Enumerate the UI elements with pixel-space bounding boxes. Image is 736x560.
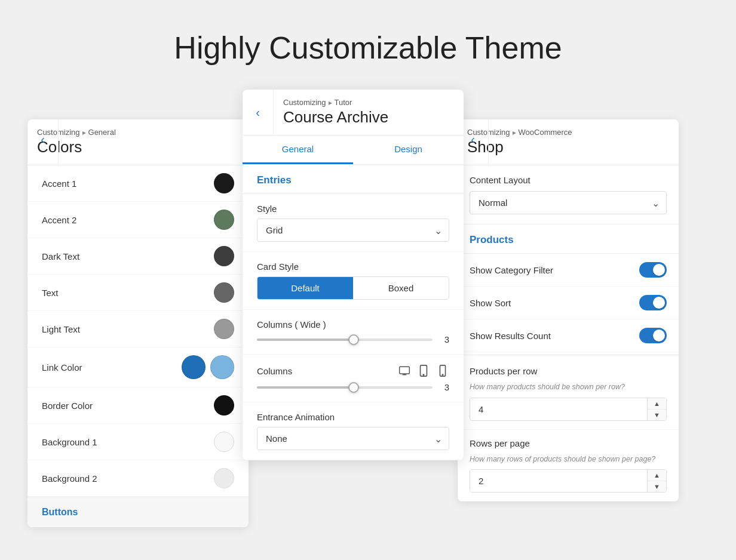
products-per-row-arrows: ▲ ▼: [647, 398, 666, 420]
color-label-link-color: Link Color: [42, 362, 82, 373]
card-style-toggle: Default Boxed: [257, 276, 449, 300]
rows-per-page-down-button[interactable]: ▼: [648, 481, 666, 492]
middle-panel-back-button[interactable]: ‹: [243, 90, 274, 135]
products-per-row-label: Products per row: [470, 366, 667, 376]
left-panel-footer: Buttons: [27, 497, 249, 527]
color-swatch-link-primary[interactable]: [182, 355, 206, 379]
color-swatch-border-color[interactable]: [214, 395, 234, 416]
color-label-accent1: Accent 1: [42, 179, 76, 189]
left-panel-title: Colors: [37, 138, 239, 156]
toggle-label-sort: Show Sort: [470, 298, 511, 308]
columns-wide-slider-thumb[interactable]: [348, 334, 359, 345]
card-style-field: Card Style Default Boxed: [243, 252, 464, 310]
content-layout-section: Content Layout Normal Wide Narrow ⌄: [458, 165, 679, 224]
color-label-border-color: Border Color: [42, 401, 93, 411]
columns-wide-label: Columns ( Wide ): [257, 319, 449, 330]
mid-breadcrumb: Customizing ▸ Tutor: [283, 98, 454, 107]
right-panel-title: Shop: [467, 138, 669, 156]
style-field: Style Grid List ⌄: [243, 194, 464, 252]
products-per-row-spinner: ▲ ▼: [470, 398, 667, 421]
card-style-boxed-button[interactable]: Boxed: [353, 277, 449, 299]
color-label-dark-text: Dark Text: [42, 251, 79, 261]
color-swatch-light-text[interactable]: [214, 319, 234, 339]
columns-wide-slider-track[interactable]: [257, 339, 433, 341]
color-row-light-text: Light Text: [27, 311, 249, 347]
mid-breadcrumb-2: Tutor: [335, 98, 352, 107]
rows-per-page-desc: How many rows of products should be show…: [470, 454, 667, 465]
rows-per-page-spinner: ▲ ▼: [470, 469, 667, 493]
color-swatch-accent1[interactable]: [214, 173, 234, 193]
toggle-row-results-count: Show Results Count: [458, 319, 679, 352]
entries-section-header: Entries: [243, 165, 464, 194]
color-swatch-dark-text[interactable]: [214, 246, 234, 266]
columns-wide-value: 3: [440, 334, 449, 344]
card-style-default-button[interactable]: Default: [257, 277, 353, 299]
left-breadcrumb-sep: ▸: [82, 128, 86, 137]
style-select-wrapper: Grid List ⌄: [257, 219, 449, 242]
color-label-light-text: Light Text: [42, 324, 80, 334]
products-per-row-down-button[interactable]: ▼: [648, 410, 666, 420]
style-label: Style: [257, 204, 449, 214]
color-swatch-accent2[interactable]: [214, 210, 234, 230]
color-row-link-color: Link Color: [27, 347, 249, 387]
color-swatches-link: [182, 355, 234, 379]
color-label-accent2: Accent 2: [42, 215, 76, 225]
products-per-row-up-button[interactable]: ▲: [648, 398, 666, 410]
tablet-icon[interactable]: [417, 364, 430, 377]
entrance-animation-select[interactable]: None: [257, 427, 449, 450]
columns-wide-slider-row: 3: [257, 334, 449, 344]
right-panel-breadcrumb: Customizing ▸ WooCommerce: [467, 128, 669, 137]
products-divider: [458, 355, 679, 355]
color-swatch-text[interactable]: [214, 282, 234, 303]
middle-panel-title: Course Archive: [283, 108, 454, 127]
color-row-accent2: Accent 2: [27, 202, 249, 238]
columns-slider-track[interactable]: [257, 386, 433, 389]
buttons-label[interactable]: Buttons: [42, 507, 78, 517]
color-label-background2: Background 2: [42, 473, 97, 484]
products-per-row-desc: How many products should be shown per ro…: [470, 382, 667, 393]
panels-row: ‹ Customizing ▸ General Colors Accent 1 …: [27, 90, 709, 527]
left-panel-back-button[interactable]: ‹: [27, 119, 59, 165]
entrance-animation-select-wrapper: None ⌄: [257, 427, 449, 450]
color-row-border-color: Border Color: [27, 387, 249, 424]
right-back-arrow-icon: ‹: [471, 133, 475, 146]
svg-rect-0: [400, 367, 410, 374]
toggle-results-count[interactable]: [639, 328, 667, 343]
tab-design[interactable]: Design: [353, 136, 464, 164]
color-row-background1: Background 1: [27, 424, 249, 460]
tab-general[interactable]: General: [243, 136, 353, 164]
columns-field: Columns: [243, 355, 464, 402]
columns-label: Columns: [257, 366, 292, 376]
svg-point-6: [442, 374, 443, 375]
columns-slider-thumb[interactable]: [348, 382, 359, 393]
columns-wide-slider-fill: [257, 339, 354, 341]
style-select[interactable]: Grid List: [257, 219, 449, 242]
toggle-label-category-filter: Show Category Filter: [470, 265, 553, 275]
right-breadcrumb-sep: ▸: [513, 128, 516, 137]
toggle-row-sort: Show Sort: [458, 287, 679, 319]
svg-point-4: [423, 374, 424, 375]
rows-per-page-up-button[interactable]: ▲: [648, 470, 666, 481]
middle-panel-course-archive: ‹ Customizing ▸ Tutor Course Archive Gen…: [243, 90, 464, 460]
middle-panel-header: ‹ Customizing ▸ Tutor Course Archive: [243, 90, 464, 136]
monitor-icon[interactable]: [398, 364, 411, 377]
mid-breadcrumb-1: Customizing: [283, 98, 326, 107]
page-container: Highly Customizable Theme ‹ Customizing …: [0, 0, 736, 560]
mid-breadcrumb-sep: ▸: [329, 99, 332, 107]
color-swatch-background2[interactable]: [214, 468, 234, 488]
content-layout-select[interactable]: Normal Wide Narrow: [470, 191, 667, 214]
color-row-accent1: Accent 1: [27, 165, 249, 202]
mobile-icon[interactable]: [436, 364, 449, 377]
columns-value: 3: [440, 382, 449, 392]
rows-per-page-arrows: ▲ ▼: [647, 470, 666, 492]
entrance-animation-label: Entrance Animation: [257, 412, 449, 422]
right-breadcrumb-2: WooCommerce: [519, 128, 572, 137]
products-per-row-input[interactable]: [470, 398, 666, 420]
toggle-label-results-count: Show Results Count: [470, 331, 551, 341]
rows-per-page-input[interactable]: [470, 470, 666, 492]
columns-slider-fill: [257, 386, 354, 389]
color-swatch-link-hover[interactable]: [210, 355, 234, 379]
toggle-sort[interactable]: [639, 295, 667, 310]
color-swatch-background1[interactable]: [214, 432, 234, 452]
toggle-category-filter[interactable]: [639, 262, 667, 278]
